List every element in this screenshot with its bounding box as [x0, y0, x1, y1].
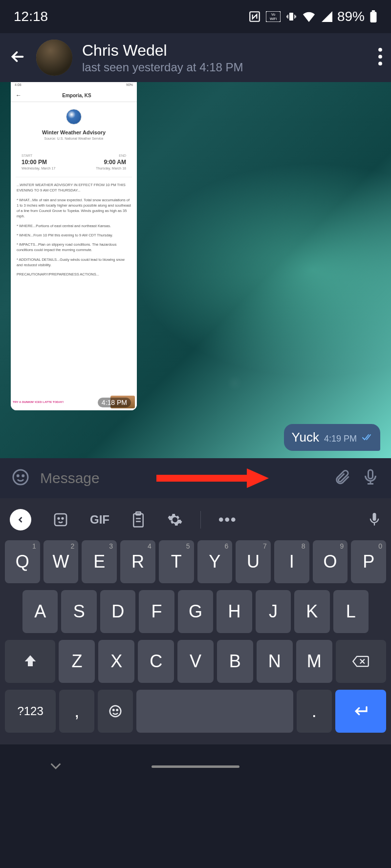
svg-point-24	[110, 706, 121, 717]
last-seen: last seen yesterday at 4:18 PM	[82, 61, 369, 74]
key-d[interactable]: D	[100, 590, 135, 633]
key-u[interactable]: U7	[236, 540, 271, 583]
attach-button[interactable]	[333, 468, 351, 488]
svg-rect-16	[55, 514, 66, 526]
header-info[interactable]: Chris Wedel last seen yesterday at 4:18 …	[82, 42, 369, 74]
ss-back-icon: ←	[16, 92, 22, 99]
key-v[interactable]: V	[177, 640, 214, 683]
enter-key[interactable]	[335, 690, 386, 733]
vowifi-icon: VoWiFi	[266, 11, 281, 22]
nav-handle[interactable]	[152, 765, 239, 768]
emoji-button[interactable]	[12, 468, 29, 488]
ss-where: * WHERE...Portions of east central and n…	[17, 223, 131, 229]
status-bar: 12:18 VoWiFi 89%	[0, 0, 391, 33]
svg-rect-5	[370, 12, 377, 22]
backspace-key[interactable]	[336, 640, 386, 683]
message-input[interactable]	[40, 470, 323, 487]
key-r[interactable]: R4	[120, 540, 155, 583]
key-t[interactable]: T5	[159, 540, 194, 583]
key-e[interactable]: E3	[82, 540, 117, 583]
menu-button[interactable]	[378, 48, 382, 67]
shift-key[interactable]	[5, 640, 55, 683]
toolbar-divider	[200, 511, 201, 529]
key-b[interactable]: B	[217, 640, 253, 683]
svg-text:WiFi: WiFi	[270, 17, 277, 21]
ss-title: Winter Weather Advisory	[11, 129, 137, 135]
key-w[interactable]: W2	[43, 540, 79, 583]
ss-end-label: END	[96, 154, 126, 157]
svg-rect-6	[372, 10, 375, 12]
svg-point-12	[22, 475, 24, 477]
svg-rect-13	[369, 470, 373, 479]
key-f[interactable]: F	[139, 590, 174, 633]
ss-end-time: 9:00 AM	[96, 159, 126, 166]
space-key[interactable]	[136, 690, 293, 733]
key-l[interactable]: L	[333, 590, 369, 633]
chat-area[interactable]: 4:08 90% ← Emporia, KS Winter Weather Ad…	[0, 82, 391, 458]
svg-rect-4	[289, 13, 293, 21]
svg-rect-23	[373, 513, 376, 521]
key-p[interactable]: P0	[351, 540, 386, 583]
kb-collapse-button[interactable]	[10, 509, 31, 530]
sticker-button[interactable]	[53, 512, 68, 528]
key-o[interactable]: O9	[313, 540, 348, 583]
emoji-key[interactable]	[98, 690, 133, 733]
sent-message[interactable]: Yuck 4:19 PM	[284, 424, 380, 451]
voice-typing-button[interactable]	[368, 511, 381, 528]
ss-when: * WHEN...From 10 PM this evening to 9 AM…	[17, 233, 131, 238]
ss-batt: 90%	[126, 83, 133, 88]
settings-button[interactable]	[167, 512, 183, 528]
ss-what: * WHAT...Mix of rain and snow expected. …	[17, 197, 131, 219]
contact-name: Chris Wedel	[82, 42, 369, 60]
voice-button[interactable]	[362, 468, 379, 488]
key-h[interactable]: H	[217, 590, 252, 633]
svg-point-7	[378, 48, 382, 52]
key-a[interactable]: A	[22, 590, 58, 633]
nav-collapse-icon[interactable]	[49, 761, 63, 772]
svg-point-25	[113, 709, 114, 711]
received-image-message[interactable]: 4:08 90% ← Emporia, KS Winter Weather Ad…	[11, 82, 137, 410]
read-checkmark-icon	[362, 434, 372, 444]
key-m[interactable]: M	[296, 640, 332, 683]
navigation-bar	[0, 744, 391, 788]
svg-point-8	[378, 55, 382, 59]
svg-point-10	[13, 470, 28, 485]
key-y[interactable]: Y6	[197, 540, 233, 583]
ss-details: * ADDITIONAL DETAILS...Gusty winds could…	[17, 257, 131, 268]
comma-key[interactable]: ,	[59, 690, 94, 733]
keyboard: GIF ••• Q1W2E3R4T5Y6U7I8O9P0 ASDFGHJKL Z…	[0, 498, 391, 744]
key-j[interactable]: J	[256, 590, 291, 633]
svg-text:Vo: Vo	[271, 13, 275, 16]
key-s[interactable]: S	[61, 590, 96, 633]
contact-avatar[interactable]	[36, 40, 72, 76]
keyboard-toolbar: GIF •••	[3, 504, 388, 535]
signal-icon	[321, 11, 332, 22]
gif-button[interactable]: GIF	[90, 513, 109, 527]
status-time: 12:18	[14, 9, 48, 24]
key-z[interactable]: Z	[59, 640, 95, 683]
key-i[interactable]: I8	[274, 540, 309, 583]
symbols-key[interactable]: ?123	[5, 690, 56, 733]
key-k[interactable]: K	[294, 590, 329, 633]
ss-impacts: * IMPACTS...Plan on slippery road condit…	[17, 242, 131, 253]
key-n[interactable]: N	[257, 640, 293, 683]
period-key[interactable]: .	[297, 690, 332, 733]
ss-start-time: 10:00 PM	[22, 159, 55, 166]
battery-percent: 89%	[337, 9, 365, 24]
key-c[interactable]: C	[138, 640, 174, 683]
key-g[interactable]: G	[178, 590, 213, 633]
ss-start-label: START	[22, 154, 55, 157]
ss-end-date: Thursday, March 18	[96, 167, 126, 170]
keyboard-row-1: Q1W2E3R4T5Y6U7I8O9P0	[5, 540, 386, 583]
vibrate-icon	[285, 11, 297, 22]
svg-point-17	[58, 518, 60, 519]
sent-text: Yuck	[292, 430, 319, 445]
back-button[interactable]	[9, 48, 26, 67]
key-x[interactable]: X	[98, 640, 134, 683]
key-q[interactable]: Q1	[5, 540, 40, 583]
clipboard-button[interactable]	[131, 511, 146, 528]
svg-point-11	[17, 475, 19, 477]
ss-location: Emporia, KS	[22, 93, 132, 98]
more-button[interactable]: •••	[218, 511, 237, 528]
ss-time: 4:08	[15, 83, 22, 88]
